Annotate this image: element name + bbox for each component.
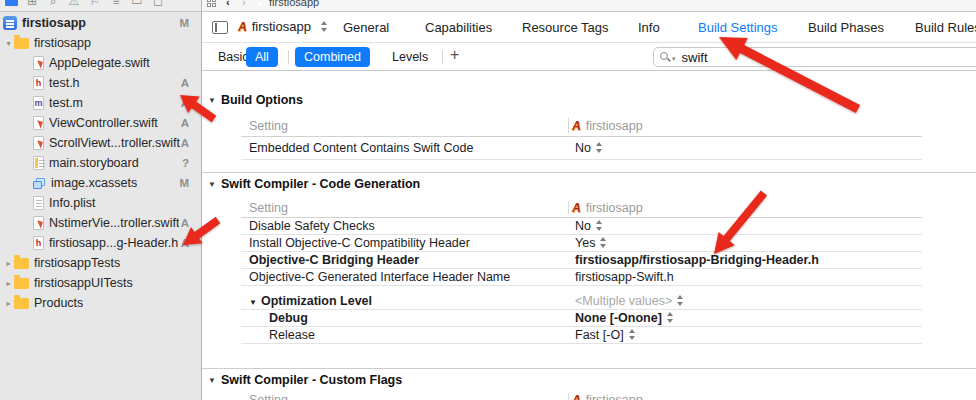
section-title: Swift Compiler - Code Generation (221, 177, 420, 191)
file-status-badge: A (181, 77, 189, 89)
sidebar-item-appdelegate-swift[interactable]: AppDelegate.swift (0, 53, 201, 73)
breakpoint-navigator-icon[interactable]: ▭ (129, 0, 145, 9)
setting-value[interactable]: firstiosapp/firstiosapp-Bridging-Header.… (575, 253, 819, 267)
setting-name: Release (269, 328, 315, 342)
sidebar-item-label: firstiosappTests (34, 256, 120, 270)
disclosure-closed-icon[interactable]: ▸ (3, 299, 14, 308)
tab-build-phases[interactable]: Build Phases (808, 20, 884, 35)
setting-row[interactable]: Embedded Content Contains Swift CodeNo (241, 137, 922, 160)
setting-value[interactable]: None [-Onone] (575, 311, 674, 325)
related-items-icon[interactable] (207, 0, 216, 7)
setting-name: Objective-C Generated Interface Header N… (249, 270, 510, 284)
sidebar-item-image-xcassets[interactable]: image.xcassetsM (0, 173, 201, 193)
disclosure-open-icon[interactable]: ▾ (3, 39, 14, 48)
section-header[interactable]: ▼Build Options (208, 93, 303, 107)
search-scope-chevron-icon[interactable]: ▾ (672, 55, 676, 63)
setting-row[interactable]: ▼Optimization Level<Multiple values> (241, 293, 922, 310)
navigator-icon-bar: ⊞⌕⚠⚐≡▭◻ (0, 0, 201, 11)
find-navigator-icon[interactable]: ⌕ (45, 0, 61, 9)
setting-row[interactable]: DebugNone [-Onone] (241, 310, 922, 327)
search-input[interactable] (680, 49, 976, 66)
setting-row[interactable]: Install Objective-C Compatibility Header… (241, 235, 922, 252)
sidebar-item-test-h[interactable]: htest.hA (0, 73, 201, 93)
target-stepper-icon (321, 21, 328, 32)
debug-navigator-icon[interactable]: ≡ (108, 0, 124, 9)
setting-row[interactable]: Objective-C Bridging Headerfirstiosapp/f… (241, 252, 922, 269)
section-disclosure-icon[interactable]: ▼ (208, 96, 216, 105)
back-button[interactable]: ‹ (226, 0, 230, 8)
setting-row[interactable]: Disable Safety ChecksNo (241, 218, 922, 235)
setting-value[interactable]: <Multiple values> (575, 294, 684, 308)
sidebar-item-firstiosapp-g-header-h[interactable]: hfirstiosapp...g-Header.hA (0, 233, 201, 253)
sidebar-item-firstiosapp[interactable]: firstiosappM (0, 13, 201, 33)
setting-row[interactable]: ReleaseFast [-O] (241, 327, 922, 344)
tab-build-rules[interactable]: Build Rules (915, 20, 976, 35)
scope-combined[interactable]: Combined (295, 47, 370, 67)
tab-capabilities[interactable]: Capabilities (425, 20, 492, 35)
target-column-label: firstiosapp (586, 201, 643, 215)
tab-general[interactable]: General (343, 20, 389, 35)
swift-file-icon (33, 216, 44, 230)
setting-value[interactable]: firstiosapp-Swift.h (575, 270, 674, 284)
search-field[interactable]: ▾ (653, 47, 976, 67)
setting-value[interactable]: Fast [-O] (575, 328, 636, 342)
disclosure-closed-icon[interactable]: ▸ (3, 279, 14, 288)
target-app-icon: A (572, 119, 581, 133)
sidebar-item-info-plist[interactable]: Info.plist (0, 193, 201, 213)
setting-value[interactable]: No (575, 141, 603, 155)
sidebar-item-scrollviewt-troller-swift[interactable]: ScrollViewt...troller.swiftA (0, 133, 201, 153)
hide-utilities-icon[interactable] (212, 21, 228, 34)
sidebar-item-viewcontroller-swift[interactable]: ViewController.swiftA (0, 113, 201, 133)
row-disclosure-icon[interactable]: ▼ (249, 298, 257, 307)
sidebar-item-firstiosapptests[interactable]: ▸firstiosappTests (0, 253, 201, 273)
tab-build-settings[interactable]: Build Settings (698, 20, 778, 35)
sidebar-item-main-storyboard[interactable]: main.storyboard? (0, 153, 201, 173)
tab-info[interactable]: Info (638, 20, 660, 35)
symbol-navigator-icon[interactable]: ⊞ (24, 0, 40, 9)
setting-value[interactable]: No (575, 219, 603, 233)
report-navigator-icon[interactable]: ◻ (150, 0, 166, 9)
target-app-icon: A (572, 393, 581, 400)
disclosure-closed-icon[interactable]: ▸ (3, 259, 14, 268)
asset-catalog-icon (33, 178, 46, 189)
sidebar-item-test-m[interactable]: mtest.mA (0, 93, 201, 113)
project-icon (3, 16, 17, 30)
setting-row[interactable]: Objective-C Generated Interface Header N… (241, 269, 922, 286)
scope-all[interactable]: All (246, 47, 278, 67)
tab-resource-tags[interactable]: Resource Tags (522, 20, 608, 35)
test-navigator-icon[interactable]: ⚐ (87, 0, 103, 9)
value-stepper-icon[interactable] (667, 312, 674, 323)
file-status-badge: A (181, 137, 189, 149)
value-stepper-icon[interactable] (677, 295, 684, 306)
project-navigator-folder-icon[interactable] (3, 0, 19, 9)
setting-name: Objective-C Bridging Header (249, 253, 419, 267)
scope-levels[interactable]: Levels (383, 47, 437, 67)
setting-value[interactable]: Yes (575, 236, 607, 250)
plist-file-icon (33, 196, 44, 210)
section-header[interactable]: ▼Swift Compiler - Code Generation (208, 177, 420, 191)
file-status-badge: M (179, 17, 189, 29)
section-disclosure-icon[interactable]: ▼ (208, 180, 216, 189)
value-stepper-icon[interactable] (596, 220, 603, 231)
sidebar-item-nstimervie-troller-swift[interactable]: NstimerVie...troller.swiftA (0, 213, 201, 233)
setting-name: Install Objective-C Compatibility Header (249, 236, 470, 250)
sidebar-item-firstiosappuitests[interactable]: ▸firstiosappUITests (0, 273, 201, 293)
sidebar-item-products[interactable]: ▸Products (0, 293, 201, 313)
jump-bar-document[interactable]: firstiosapp (269, 0, 319, 8)
sidebar-item-firstiosapp[interactable]: ▾firstiosapp (0, 33, 201, 53)
add-build-setting-button[interactable]: + (450, 46, 459, 64)
swift-file-icon (33, 116, 44, 130)
sidebar-item-label: firstiosapp...g-Header.h (49, 236, 178, 250)
value-stepper-icon[interactable] (600, 237, 607, 248)
issue-navigator-icon[interactable]: ⚠ (66, 0, 82, 9)
value-stepper-icon[interactable] (629, 329, 636, 340)
forward-button[interactable]: › (242, 0, 246, 8)
section-header[interactable]: ▼Swift Compiler - Custom Flags (208, 373, 402, 387)
file-status-badge: A (181, 97, 189, 109)
value-stepper-icon[interactable] (596, 142, 603, 153)
section-disclosure-icon[interactable]: ▼ (208, 376, 216, 385)
section-divider (202, 172, 976, 173)
sidebar-item-label: Products (34, 296, 83, 310)
target-selector[interactable]: A firstiosapp (238, 19, 328, 34)
folder-icon (14, 38, 29, 49)
